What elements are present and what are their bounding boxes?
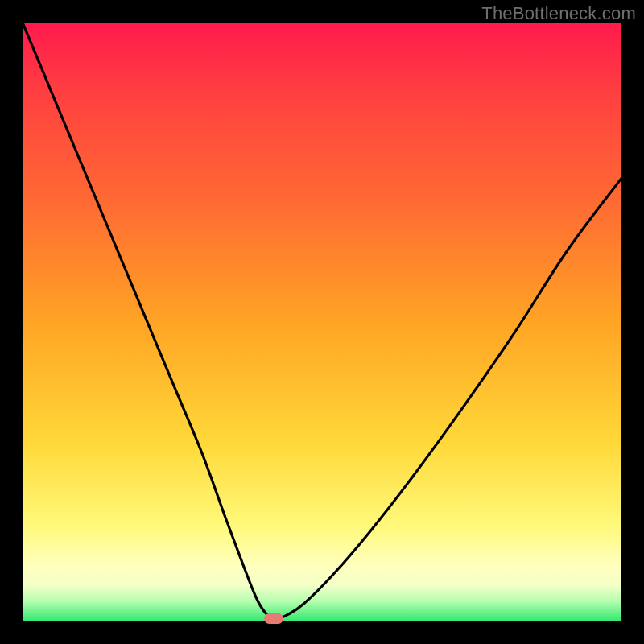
bottleneck-curve (23, 23, 621, 621)
attribution-watermark: TheBottleneck.com (481, 3, 636, 24)
plot-area (23, 23, 621, 621)
bottleneck-marker (264, 613, 283, 624)
chart-frame: TheBottleneck.com (0, 0, 644, 644)
